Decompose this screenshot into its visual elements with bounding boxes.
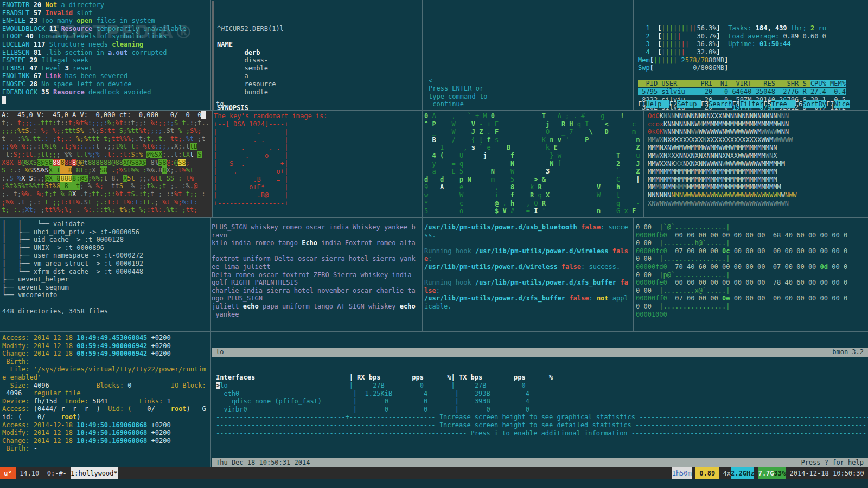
text-segment: ENOSPC [2, 80, 25, 88]
text-segment: ;t [197, 135, 205, 143]
text-line: _ W J Z . F O _ 7 \ D m [424, 128, 641, 136]
text-segment: 578/78 [685, 56, 709, 64]
text-segment: ::;, [155, 143, 170, 150]
terminal-screen: ENOTDIR 20 Not a directoryEBADSLT 57 Inv… [0, 0, 868, 488]
text-segment: MM [655, 183, 663, 191]
text-segment: SS%S [33, 166, 49, 174]
text-segment: 10:49:50.169060868 [76, 421, 147, 429]
text-segment: : success. [581, 263, 620, 271]
text-segment: @ [194, 182, 197, 190]
text-segment: 4 [638, 48, 658, 56]
text-segment: t .;; [95, 143, 115, 150]
text-segment: PID USER PRI NI VIRT RES SHR S [638, 80, 810, 87]
status-bar-left[interactable]: u° 14.10 0:-#- 1:hollywood* [0, 467, 118, 479]
pane-tree[interactable]: │ │ └── validate│ ├── uhci_urb_priv -> :… [2, 220, 209, 330]
text-segment: WWWWW [773, 136, 793, 144]
text-segment: .: ; [41, 135, 56, 143]
text-line: +-----------------+ [214, 200, 421, 208]
pane-stat[interactable]: Access: 2014-12-18 10:49:49.453060845 +0… [2, 334, 209, 466]
pane-pm-utils[interactable]: /usr/lib/pm-utils/power.d/usb_bluetooth … [424, 223, 631, 330]
text-segment: 8 [60, 166, 72, 174]
text-line: Device: fh/15d Inode: 5841 Links: 1 [2, 397, 209, 406]
text-line: /usr/lib/pm-utils/power.d/usb_bluetooth … [424, 223, 631, 232]
text-segment: File: '/sys/devices/virtual/tty/tty22/po… [2, 365, 206, 373]
text-segment: X [773, 152, 777, 159]
text-segment: 20 [30, 1, 46, 9]
text-segment [720, 24, 728, 32]
text-segment: S:% [131, 151, 146, 158]
text-segment: ttt t; [88, 135, 111, 143]
pane-man-page[interactable]: ^HICUR52.DERB(1)lNAME derb - disas- semb… [212, 1, 421, 110]
text-line: A: 45,0 V: 45,0 A-V: 0,000 ct: 0,000 0/ … [2, 111, 212, 119]
text-segment: :. [2, 175, 9, 182]
text-segment: X [92, 166, 99, 174]
text-line [2, 299, 209, 307]
text-segment: - [34, 358, 37, 365]
pane-ascii-art[interactable]: OdOKNNNNNNNNNNNNXXXNNNNNNNNNNNNNNNNNccox… [648, 112, 868, 217]
text-segment: Access: [2, 405, 34, 413]
text-line: │ │ └── validate [2, 220, 209, 228]
text-segment: | RX bps pps % [349, 374, 451, 381]
text-segment: t;%t% [68, 119, 88, 127]
pane-bmon[interactable]: lo bmon 3.2 Interfaces | RX bps pps %| T… [212, 332, 868, 467]
text-line: Interfaces | RX bps pps %| TX bps pps % [216, 374, 868, 382]
status-bar[interactable]: u° 14.10 0:-#- 1:hollywood* 1h50m 0.89 4… [0, 467, 868, 479]
pane-phonetic[interactable]: PLUS_SIGN whiskey romeo oscar india Whis… [212, 223, 421, 330]
text-segment: = q - [546, 200, 641, 207]
text-segment: Z [636, 168, 640, 175]
pane-errno-list[interactable]: ENOTDIR 20 Not a directoryEBADSLT 57 Inv… [2, 1, 209, 110]
text-line: File: '/sys/devices/virtual/tty/tty22/po… [2, 365, 209, 374]
text-segment: S [119, 182, 123, 190]
text-segment: # = [507, 207, 534, 215]
pane-ssh-randomart[interactable]: The key's randomart image is:+--[ DSA 10… [214, 112, 421, 217]
bmon-table[interactable]: Interfaces | RX bps pps %| TX bps pps %>… [212, 373, 868, 437]
text-segment: ) G [187, 405, 206, 413]
text-line: ;%t%S%t%%ttSt%8 8 t; % %; ttS % ;;t%.;t … [2, 182, 212, 190]
text-segment: f [487, 136, 491, 144]
text-segment: t%.;t [146, 182, 166, 190]
pane-video-ascii[interactable]: A: 45,0 V: 45,0 A-V: 0,000 ct: 0,000 0/ … [0, 111, 212, 217]
text-segment: _ W [424, 128, 471, 136]
text-segment: 10:49:50.169060868 [76, 437, 147, 445]
pane-htop[interactable]: 1 [|||||||||56.3%] Tasks: 184, 439 thr; … [635, 0, 868, 110]
text-line: lse: [424, 287, 631, 295]
pane-cmatrix[interactable]: 0 A , ` + M 0 T A ; . # g !^ P W V - + E… [424, 112, 641, 217]
text-segment: < [429, 77, 432, 85]
text-segment: MMM [675, 183, 687, 191]
htop-function-keys[interactable]: F1Help F2Setup F3SearchF4FilterF5Tree F6… [638, 100, 868, 108]
text-segment: } w [514, 152, 616, 159]
man-scrollbar[interactable] [212, 1, 214, 110]
text-segment [514, 191, 530, 199]
text-line: NNNNNNNNNWWWWWWWWWWWWWWWWWWWWWWWWNWNWW [648, 191, 868, 200]
text-segment: Level [41, 65, 65, 72]
text-segment: 3 [65, 65, 69, 72]
pane-vim-message[interactable]: <Press ENTER ortype command to continue [424, 1, 631, 110]
text-segment: S8 [178, 159, 186, 166]
text-segment: @%SX [146, 151, 162, 158]
text-segment: NAME [217, 41, 233, 48]
text-line: 0 00 |................| [636, 255, 868, 263]
text-segment: WW [691, 128, 699, 136]
text-line: ;;;;%tS.: %; %;;tttS% :%;S:tt S;%tt%t;;;… [2, 127, 212, 135]
text-segment: 23 [25, 17, 41, 24]
text-segment: disas- [217, 56, 268, 64]
text-segment: Not [45, 1, 57, 9]
text-segment: +0200 [147, 334, 170, 342]
pane-hexdump[interactable]: 0 00 |`@`.............|00000fb0 00 00 00… [636, 223, 868, 330]
text-line: | .B = | [214, 176, 421, 184]
text-segment: J Z [471, 128, 483, 136]
text-line: semble [217, 65, 421, 73]
text-segment: :.; [33, 175, 45, 182]
text-segment: , Q [514, 200, 542, 207]
text-segment: - [260, 49, 267, 56]
text-segment: .: [14, 166, 25, 174]
text-segment: D [604, 128, 608, 136]
text-segment: |p@`.............| [659, 271, 730, 279]
text-segment: k [510, 144, 553, 151]
text-segment: tt [104, 182, 119, 190]
text-segment: 8 [162, 166, 166, 174]
text-segment: 56.3% [697, 24, 716, 32]
text-segment: 00001000 [636, 311, 667, 318]
text-segment: || [681, 40, 688, 48]
text-segment: 8t:; [72, 166, 92, 174]
